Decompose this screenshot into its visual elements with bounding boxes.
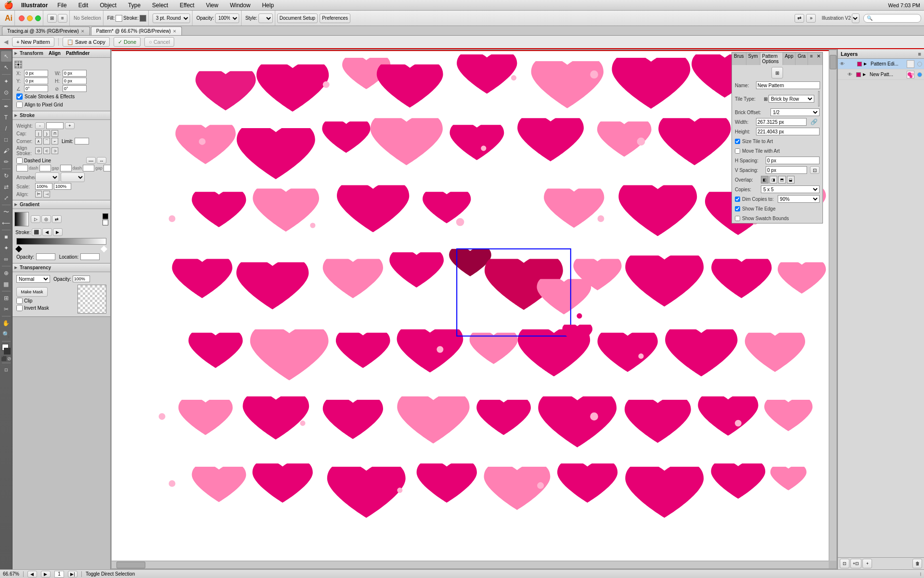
gradient-bar[interactable]: [16, 238, 106, 245]
fill-swatch[interactable]: [116, 15, 122, 22]
stroke-weight-select[interactable]: 3 pt. Round: [153, 13, 190, 23]
prev-artboard-btn[interactable]: ◀: [27, 571, 37, 578]
next-artboard-btn[interactable]: ▶: [41, 571, 51, 578]
align-end-btn[interactable]: ⊣: [43, 191, 50, 197]
layer-2-expand-icon[interactable]: ▶: [863, 72, 868, 77]
style-select[interactable]: [258, 13, 273, 23]
po-show-tile-cb[interactable]: [735, 206, 740, 211]
align-start-btn[interactable]: ⊢: [35, 191, 42, 197]
rotate-tool[interactable]: ↻: [1, 171, 12, 181]
tab-pattern-close[interactable]: ✕: [173, 29, 177, 34]
po-vspacing-link-btn[interactable]: ⊡: [810, 166, 820, 174]
extra-btn[interactable]: »: [806, 14, 816, 23]
transform-btn[interactable]: ⇄: [795, 14, 804, 23]
cap-square-btn[interactable]: ⊓: [51, 130, 58, 137]
w-input[interactable]: [63, 70, 87, 77]
paintbrush-tool[interactable]: 🖌: [1, 145, 12, 156]
dashed-btn-2[interactable]: --: [97, 157, 106, 164]
gradient-panel-header[interactable]: ▶ Gradient: [13, 200, 110, 209]
y-input[interactable]: [24, 78, 48, 84]
gradient-radial-btn[interactable]: ◎: [41, 215, 51, 223]
menu-effect[interactable]: Effect: [178, 1, 196, 10]
symbol-tool[interactable]: ⊕: [1, 268, 12, 278]
width-tool[interactable]: ⟵: [1, 218, 12, 228]
gradient-opacity-input[interactable]: [36, 253, 55, 260]
make-layer-clip-btn[interactable]: ⊡: [840, 559, 849, 568]
arrowhead-start-select[interactable]: [35, 172, 59, 182]
join-bevel-btn[interactable]: ⌐: [51, 138, 58, 144]
h-input[interactable]: [63, 78, 87, 84]
po-tiletype-select[interactable]: Brick by Row Grid Brick by Column: [769, 95, 814, 103]
po-dim-copies-cb[interactable]: [735, 197, 740, 202]
overlap-left-btn[interactable]: ◧: [761, 176, 769, 184]
dashed-cb[interactable]: [16, 158, 23, 164]
pathfinder-tab[interactable]: Pathfinder: [66, 51, 90, 56]
reference-point[interactable]: [14, 61, 22, 68]
gradient-preview[interactable]: [14, 212, 29, 226]
artboard-input[interactable]: [54, 571, 64, 578]
document-setup-button[interactable]: Document Setup: [277, 13, 318, 23]
gradient-reverse-btn[interactable]: ⇄: [52, 215, 62, 223]
po-tab-brus[interactable]: Brus: [732, 53, 746, 65]
layer-row-1[interactable]: 👁 ▶ Pattern Edi...: [838, 59, 924, 69]
po-vspacing-input[interactable]: [766, 166, 807, 174]
align-outside-btn[interactable]: ⊃: [51, 147, 58, 154]
reflect-tool[interactable]: ⇄: [1, 182, 12, 192]
gradient-stop-right[interactable]: [101, 246, 107, 252]
tab-tracing-close[interactable]: ✕: [81, 29, 85, 34]
preferences-button[interactable]: Preferences: [320, 13, 350, 23]
po-tab-gra[interactable]: Gra: [796, 53, 808, 65]
none-mode-btn[interactable]: ⊘: [7, 356, 11, 361]
limit-input[interactable]: [75, 138, 89, 144]
pixel-grid-cb[interactable]: [16, 102, 23, 108]
lasso-tool[interactable]: ⊙: [1, 87, 12, 98]
window-select[interactable]: [852, 13, 860, 23]
gradient-stroke-btn-3[interactable]: ▶: [53, 228, 63, 236]
arrowhead-end-select[interactable]: [61, 172, 85, 182]
slice-tool[interactable]: ✂: [1, 304, 12, 315]
transform-panel-header[interactable]: ▶ Transform Align Pathfinder: [13, 49, 110, 58]
layer-1-options[interactable]: [917, 62, 922, 66]
warp-tool[interactable]: 〜: [1, 207, 12, 217]
new-sublayer-btn[interactable]: +⊡: [850, 559, 861, 568]
view-btn-2[interactable]: ≡: [58, 14, 67, 23]
po-brickoffset-select[interactable]: 1/2 1/3 1/4: [770, 108, 820, 116]
po-tab-sym[interactable]: Sym: [746, 53, 760, 65]
cap-round-btn[interactable]: ): [43, 130, 50, 137]
gradient-black-swatch[interactable]: [103, 213, 108, 219]
scrollbar-thumb-v[interactable]: [830, 55, 836, 69]
po-height-input[interactable]: [756, 128, 820, 135]
cancel-button[interactable]: ○ Cancel: [144, 37, 174, 47]
po-width-input[interactable]: [756, 118, 807, 126]
layer-1-expand-icon[interactable]: ▶: [864, 62, 869, 66]
last-artboard-btn[interactable]: ▶|: [68, 571, 77, 578]
gradient-stop-left[interactable]: [15, 246, 22, 252]
dash1-input[interactable]: [16, 165, 28, 171]
blend-tool[interactable]: ∞: [1, 254, 12, 264]
clip-cb[interactable]: [16, 298, 23, 304]
color-mode-btn[interactable]: ⬛: [1, 356, 7, 361]
stroke-panel-header[interactable]: ▶ Stroke: [13, 111, 110, 120]
menu-window[interactable]: Window: [228, 1, 253, 10]
menu-edit[interactable]: Edit: [77, 1, 90, 10]
menu-select[interactable]: Select: [150, 1, 170, 10]
pen-tool[interactable]: ✒: [1, 101, 12, 112]
opacity-select[interactable]: 100%: [215, 13, 239, 23]
hand-tool[interactable]: ✋: [1, 318, 12, 328]
apple-icon[interactable]: 🍎: [4, 0, 13, 10]
scale-start-input[interactable]: [35, 183, 52, 190]
scale-end-input[interactable]: [54, 183, 71, 190]
magic-wand-tool[interactable]: ✦: [1, 76, 12, 87]
dashed-btn-1[interactable]: —: [86, 157, 96, 164]
scale-tool[interactable]: ⤢: [1, 193, 12, 203]
stroke-swatch[interactable]: [140, 15, 146, 22]
maximize-button[interactable]: [35, 15, 41, 21]
delete-layer-btn[interactable]: 🗑: [912, 559, 922, 568]
menu-object[interactable]: Object: [98, 1, 118, 10]
invert-mask-cb[interactable]: [16, 305, 23, 311]
canvas-scrollbar-h[interactable]: [112, 561, 829, 568]
menu-help[interactable]: Help: [260, 1, 276, 10]
scale-strokes-cb[interactable]: [16, 93, 23, 100]
canvas-scrollbar-v[interactable]: [829, 50, 836, 561]
gradient-linear-btn[interactable]: ▷: [31, 215, 40, 223]
